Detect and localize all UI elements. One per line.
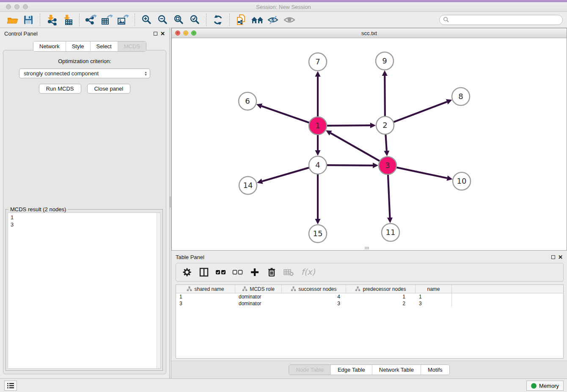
result-scrollbar[interactable] <box>157 213 160 368</box>
network-canvas[interactable]: 7968124314101511 <box>172 38 567 250</box>
float-panel-icon[interactable] <box>154 32 157 36</box>
export-network-button[interactable] <box>83 13 99 27</box>
close-panel-button[interactable]: Close panel <box>87 84 131 94</box>
graph-edge-3-10[interactable] <box>396 167 447 178</box>
graph-node-15[interactable]: 15 <box>309 225 327 243</box>
open-session-button[interactable] <box>4 13 20 27</box>
table-header-row: shared name MCDS role successor nodes pr… <box>176 285 563 293</box>
tab-node-table[interactable]: Node Table <box>289 365 330 375</box>
graph-node-6[interactable]: 6 <box>239 92 256 110</box>
edge-arrowhead <box>257 179 263 184</box>
graph-node-8[interactable]: 8 <box>452 88 470 105</box>
graph-node-7[interactable]: 7 <box>309 53 327 71</box>
graph-node-10[interactable]: 10 <box>453 172 471 190</box>
table-options-button[interactable] <box>179 265 195 279</box>
import-network-button[interactable] <box>44 13 60 27</box>
divider-grip[interactable] <box>170 196 171 207</box>
tab-edge-table[interactable]: Edge Table <box>330 365 372 375</box>
split-panel-button[interactable] <box>196 265 212 279</box>
list-icon <box>7 382 14 389</box>
node-table[interactable]: shared name MCDS role successor nodes pr… <box>176 284 564 359</box>
close-table-panel-icon[interactable]: ✕ <box>558 254 563 260</box>
criterion-select[interactable]: strongly connected component ▲▼ <box>19 69 150 78</box>
graph-edge-3-1[interactable] <box>330 133 380 161</box>
graph-node-14[interactable]: 14 <box>239 177 257 194</box>
column-header-name[interactable]: name <box>416 285 452 293</box>
birds-eye-view-button[interactable] <box>281 13 297 27</box>
network-minimize-button[interactable]: − <box>183 30 188 36</box>
memory-button[interactable]: Memory <box>526 381 564 391</box>
table-row[interactable]: 3 dominator 3 2 3 <box>176 300 563 307</box>
select-all-columns-button[interactable] <box>213 265 228 279</box>
graph-edge-3-11[interactable] <box>388 174 390 218</box>
mcds-result-text[interactable]: 1 3 <box>8 213 161 369</box>
network-graph[interactable]: 7968124314101511 <box>172 38 567 250</box>
graph-node-11[interactable]: 11 <box>382 224 399 241</box>
graph-node-2[interactable]: 2 <box>376 116 394 134</box>
column-header-shared-name[interactable]: shared name <box>176 285 235 293</box>
graph-edge-4-14[interactable] <box>262 168 309 181</box>
column-header-mcds-role[interactable]: MCDS role <box>235 285 282 293</box>
maximize-window-button[interactable] <box>23 4 28 9</box>
function-builder-button[interactable]: f(x) <box>298 265 320 279</box>
import-table-button[interactable] <box>60 13 76 27</box>
column-header-successor-nodes[interactable]: successor nodes <box>282 285 346 293</box>
tab-network[interactable]: Network <box>33 41 66 51</box>
task-history-button[interactable] <box>4 381 17 391</box>
tab-network-table[interactable]: Network Table <box>372 365 421 375</box>
edge-arrowhead <box>446 175 452 181</box>
close-window-button[interactable] <box>6 4 11 9</box>
network-close-button[interactable]: ✕ <box>175 30 180 36</box>
export-network-icon <box>85 14 97 25</box>
mcds-result-title: MCDS result (2 nodes) <box>8 206 68 213</box>
graph-edge-2-8[interactable] <box>394 102 447 122</box>
cell-mcds-role: dominator <box>235 300 282 307</box>
edge-arrowhead <box>370 123 376 128</box>
tab-motifs[interactable]: Motifs <box>421 365 449 375</box>
tab-mcds[interactable]: MCDS <box>118 41 146 51</box>
network-maximize-button[interactable]: + <box>191 30 196 36</box>
zoom-selected-button[interactable] <box>187 13 203 27</box>
run-mcds-button[interactable]: Run MCDS <box>39 84 81 94</box>
zoom-out-button[interactable] <box>154 13 171 27</box>
delete-table-button[interactable] <box>281 265 296 279</box>
save-session-button[interactable] <box>20 13 36 27</box>
function-icon: f(x) <box>300 267 318 278</box>
import-network-icon <box>46 14 57 25</box>
show-graphics-details-button[interactable] <box>265 13 281 27</box>
graph-edge-2-3[interactable] <box>385 134 386 151</box>
delete-columns-button[interactable] <box>264 265 279 279</box>
graph-node-4[interactable]: 4 <box>309 156 327 174</box>
tab-select[interactable]: Select <box>90 41 118 51</box>
graph-node-1[interactable]: 1 <box>309 117 327 135</box>
table-toolbar: f(x) <box>176 263 564 282</box>
close-panel-icon[interactable]: ✕ <box>160 31 165 36</box>
export-table-button[interactable] <box>99 13 115 27</box>
trash-icon <box>267 267 276 277</box>
table-panel-header: Table Panel ✕ <box>171 251 567 262</box>
first-neighbors-button[interactable] <box>249 13 265 27</box>
graph-node-3[interactable]: 3 <box>379 157 396 174</box>
apply-layout-button[interactable] <box>210 13 226 27</box>
search-input[interactable] <box>449 17 562 23</box>
float-table-panel-icon[interactable] <box>551 255 555 259</box>
graph-edge-1-2[interactable] <box>327 125 370 126</box>
canvas-scroll-grip[interactable] <box>365 247 369 249</box>
zoom-in-button[interactable] <box>138 13 154 27</box>
create-column-button[interactable] <box>247 265 262 279</box>
unselect-all-columns-button[interactable] <box>230 265 245 279</box>
graph-edge-1-6[interactable] <box>261 106 309 123</box>
column-type-icon <box>187 286 192 292</box>
column-header-predecessor-nodes[interactable]: predecessor nodes <box>346 285 416 293</box>
zoom-fit-button[interactable] <box>171 13 187 27</box>
graph-edge-4-3[interactable] <box>327 165 373 166</box>
graph-edge-2-9[interactable] <box>385 76 385 116</box>
export-image-button[interactable] <box>115 13 131 27</box>
node-label: 6 <box>245 97 250 105</box>
graph-node-9[interactable]: 9 <box>376 52 394 70</box>
minimize-window-button[interactable] <box>14 4 19 9</box>
table-row[interactable]: 1 dominator 4 1 1 <box>176 293 563 300</box>
tab-style[interactable]: Style <box>66 41 90 51</box>
memory-status-dot <box>531 383 537 389</box>
duplicate-network-button[interactable] <box>233 13 249 27</box>
